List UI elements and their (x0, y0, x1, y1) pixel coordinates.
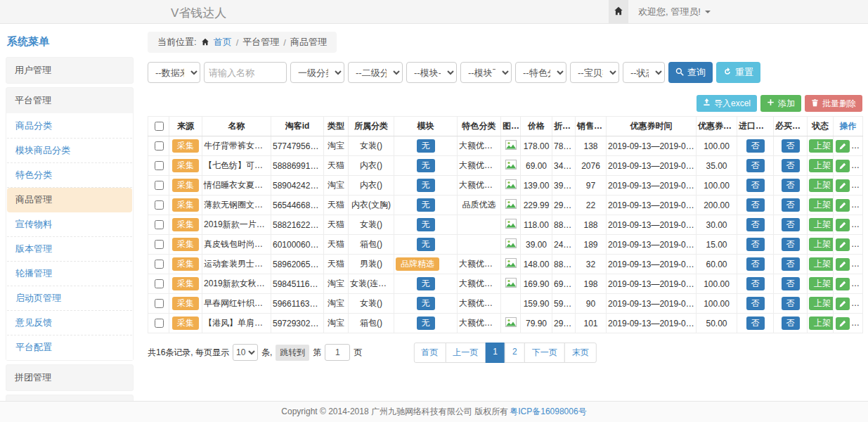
page-button[interactable]: 2 (505, 343, 525, 363)
sidebar-item[interactable]: 模块商品分类 (7, 139, 132, 163)
edit-button[interactable] (836, 179, 850, 192)
sidebar-title: 系统菜单 (6, 34, 134, 57)
row-checkbox[interactable] (155, 260, 164, 269)
page-button[interactable]: 首页 (413, 343, 446, 363)
row-checkbox[interactable] (155, 161, 164, 170)
must-buy-badge[interactable]: 否 (782, 198, 800, 212)
sidebar-item[interactable]: 宣传物料 (7, 212, 132, 237)
price-cell: 118.00 (521, 215, 552, 235)
imported-badge[interactable]: 否 (746, 277, 765, 290)
edit-button[interactable] (836, 160, 850, 172)
edit-button[interactable] (836, 199, 850, 212)
row-checkbox[interactable] (155, 279, 164, 288)
icp-link[interactable]: 粤ICP备16098006号 (510, 406, 586, 418)
row-checkbox[interactable] (155, 319, 164, 328)
name-input[interactable] (204, 62, 287, 83)
page-size-select[interactable]: 10 (233, 344, 258, 361)
level1-category-select[interactable]: 一级分类 (290, 62, 344, 83)
row-checkbox[interactable] (155, 181, 164, 190)
imported-badge[interactable]: 否 (746, 218, 765, 231)
status-badge[interactable]: 上架 (809, 139, 834, 153)
imported-cell: 否 (737, 255, 774, 274)
page-button[interactable]: 上一页 (445, 343, 486, 363)
row-checkbox[interactable] (155, 200, 164, 210)
status-badge[interactable]: 上架 (809, 218, 834, 231)
source-cell: 采集 (169, 274, 202, 294)
status-select[interactable]: --状态-- (623, 62, 665, 83)
status-badge[interactable]: 上架 (809, 238, 834, 251)
must-buy-badge[interactable]: 否 (782, 316, 800, 330)
imported-badge[interactable]: 否 (746, 297, 765, 310)
search-button[interactable]: 查询 (668, 62, 713, 83)
page-button[interactable]: 1 (485, 343, 505, 363)
must-buy-badge[interactable]: 否 (782, 159, 800, 172)
imported-badge[interactable]: 否 (746, 238, 765, 251)
sales-cell: 188 (576, 215, 607, 235)
item-type-select[interactable]: --宝贝类型-- (570, 62, 619, 83)
sidebar-item[interactable]: 意见反馈 (7, 311, 132, 335)
row-checkbox[interactable] (155, 220, 164, 229)
status-badge[interactable]: 上架 (809, 316, 834, 330)
home-button[interactable] (609, 0, 628, 24)
edit-button[interactable] (836, 219, 850, 231)
edit-button[interactable] (836, 278, 850, 290)
feature-category-select[interactable]: --特色分类-- (515, 62, 566, 83)
table-row: 采集2019新款女秋薄款...598451162391淘宝女装(连衣裙)无大额优… (148, 274, 863, 294)
imported-badge[interactable]: 否 (746, 159, 765, 172)
data-source-select[interactable]: --数据来源-- (148, 62, 200, 83)
row-checkbox[interactable] (155, 299, 164, 308)
must-buy-badge[interactable]: 否 (782, 139, 800, 153)
select-all-checkbox[interactable] (155, 122, 164, 131)
imported-badge[interactable]: 否 (746, 316, 765, 330)
jump-button[interactable]: 跳转到 (276, 345, 309, 361)
imported-cell: 否 (737, 235, 774, 255)
edit-button[interactable] (836, 140, 850, 153)
sidebar-group-label[interactable]: 平台管理 (6, 88, 133, 113)
page-button[interactable]: 末页 (564, 343, 597, 363)
module-subcategory-select[interactable]: --模块下分类-- (460, 62, 512, 83)
status-badge[interactable]: 上架 (809, 297, 834, 310)
must-buy-badge[interactable]: 否 (782, 257, 800, 271)
sidebar-item[interactable]: 特色分类 (7, 163, 132, 188)
sidebar-item[interactable]: 商品分类 (7, 114, 132, 139)
page-button[interactable]: 下一页 (524, 343, 565, 363)
imported-badge[interactable]: 否 (746, 257, 765, 271)
user-menu[interactable]: 欢迎您, 管理员! (638, 6, 711, 18)
sidebar-item[interactable]: 商品管理 (7, 188, 132, 212)
add-button[interactable]: 添加 (760, 95, 801, 112)
sidebar-item[interactable]: 启动页管理 (7, 286, 132, 311)
sidebar-group-label[interactable]: 拼团管理 (6, 365, 133, 390)
status-badge[interactable]: 上架 (809, 277, 834, 290)
row-select-cell (148, 176, 169, 196)
row-checkbox[interactable] (155, 141, 164, 151)
must-buy-badge[interactable]: 否 (782, 179, 800, 192)
imported-badge[interactable]: 否 (746, 139, 765, 153)
breadcrumb-home-link[interactable]: 首页 (214, 36, 232, 49)
status-badge[interactable]: 上架 (809, 257, 834, 271)
imported-badge[interactable]: 否 (746, 198, 765, 212)
sidebar-item[interactable]: 平台配置 (7, 335, 132, 359)
status-badge[interactable]: 上架 (809, 179, 834, 192)
coupon-amount-cell: 30.00 (697, 215, 737, 235)
module-select[interactable]: --模块-- (406, 62, 457, 83)
sidebar-group-label[interactable]: 用户管理 (6, 58, 133, 83)
edit-button[interactable] (836, 258, 850, 271)
page-number-input[interactable] (325, 344, 350, 361)
level2-category-select[interactable]: --二级分类-- (348, 62, 403, 83)
edit-button[interactable] (836, 317, 850, 330)
sidebar-item[interactable]: 轮播管理 (7, 262, 132, 286)
edit-button[interactable] (836, 238, 850, 251)
must-buy-badge[interactable]: 否 (782, 238, 800, 251)
must-buy-badge[interactable]: 否 (782, 277, 800, 290)
must-buy-badge[interactable]: 否 (782, 297, 800, 310)
import-excel-button[interactable]: 导入excel (697, 95, 757, 112)
reset-button[interactable]: 重置 (716, 62, 760, 83)
status-badge[interactable]: 上架 (809, 198, 834, 212)
sidebar-item[interactable]: 版本管理 (7, 237, 132, 262)
edit-button[interactable] (836, 298, 850, 310)
imported-badge[interactable]: 否 (746, 179, 765, 192)
batch-delete-button[interactable]: 批量删除 (805, 95, 862, 112)
status-badge[interactable]: 上架 (809, 159, 834, 172)
row-checkbox[interactable] (155, 240, 164, 249)
must-buy-badge[interactable]: 否 (782, 218, 800, 231)
